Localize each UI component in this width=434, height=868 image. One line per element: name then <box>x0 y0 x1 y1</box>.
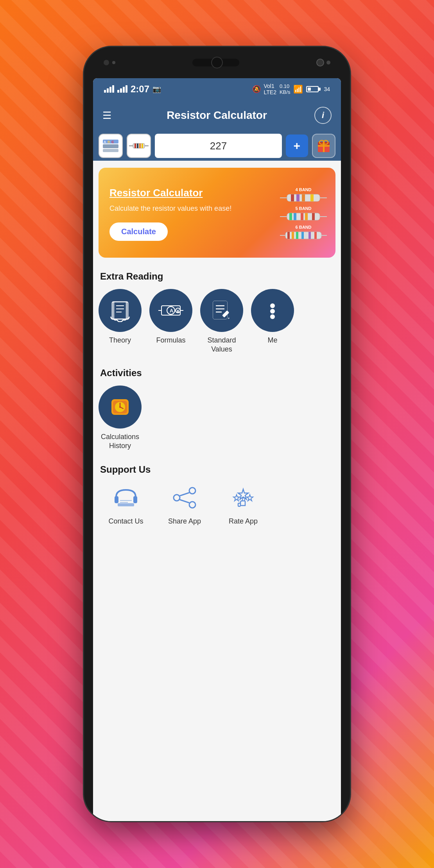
phone-notch <box>84 47 350 78</box>
resistor-diagrams: 4 BAND 5 BAND <box>280 187 327 240</box>
calculate-button[interactable]: Calculate <box>109 222 168 241</box>
svg-point-64 <box>270 303 275 308</box>
battery-indicator <box>306 86 321 92</box>
svg-text:C: C <box>111 140 114 144</box>
app-title: Resistor Calculator <box>119 109 314 122</box>
more-label: Me <box>267 336 277 345</box>
status-left: 2:07 📷 <box>104 84 161 95</box>
svg-rect-43 <box>112 302 128 319</box>
rate-app-icon <box>228 482 259 513</box>
svg-marker-63 <box>228 317 230 319</box>
banner-card: Resistor Calculator Calculate the resist… <box>99 168 335 258</box>
5-band-resistor: 5 BAND <box>280 206 327 222</box>
svg-rect-11 <box>142 143 143 148</box>
extra-reading-title: Extra Reading <box>93 265 341 286</box>
svg-point-72 <box>119 406 121 408</box>
svg-rect-30 <box>301 213 303 220</box>
theory-item[interactable]: Theory <box>99 289 142 354</box>
svg-rect-8 <box>135 143 136 148</box>
svg-rect-73 <box>115 496 118 503</box>
svg-text:A: A <box>170 308 174 314</box>
svg-rect-44 <box>114 302 126 319</box>
gift-button[interactable] <box>312 134 336 158</box>
svg-point-79 <box>174 495 180 501</box>
svg-rect-37 <box>292 232 294 239</box>
svg-rect-16 <box>318 145 330 147</box>
wifi-icon: 📶 <box>293 84 303 94</box>
contact-us-icon <box>110 482 142 513</box>
standard-values-item[interactable]: StandardValues <box>200 289 243 354</box>
svg-rect-36 <box>287 232 290 239</box>
4-band-resistor: 4 BAND <box>280 187 327 203</box>
more-icon-circle <box>251 289 294 332</box>
svg-rect-40 <box>308 232 311 239</box>
battery-percent: 34 <box>324 86 330 92</box>
phone-screen: 2:07 📷 🔕 Vol1LTE2 0.10KB/s 📶 34 ☰ Re <box>93 78 341 821</box>
calculations-history-item[interactable]: CalculationsHistory <box>99 386 142 451</box>
svg-rect-10 <box>139 143 141 148</box>
main-content: Resistor Calculator Calculate the resist… <box>93 161 341 821</box>
svg-point-66 <box>270 314 275 319</box>
calculations-history-icon-circle <box>99 386 142 429</box>
svg-rect-38 <box>296 232 298 239</box>
value-input[interactable]: 227 <box>155 134 282 158</box>
svg-rect-21 <box>291 194 294 201</box>
network-label: Vol1LTE2 <box>264 83 276 95</box>
menu-button[interactable]: ☰ <box>102 109 111 122</box>
banner-title: Resistor Calculator <box>109 187 280 199</box>
front-camera <box>211 57 223 68</box>
formulas-item[interactable]: A Formulas <box>149 289 192 354</box>
svg-rect-41 <box>314 232 317 239</box>
toolbar-row: A B C 227 <box>93 131 341 161</box>
extra-reading-row: Theory A <box>93 286 341 361</box>
banner-subtitle: Calculate the resistor values with ease! <box>109 204 280 213</box>
notch-right-sensors <box>316 59 330 66</box>
svg-rect-4 <box>103 144 118 148</box>
rate-app-item[interactable]: Rate App <box>216 482 271 525</box>
standard-values-label: StandardValues <box>207 336 236 354</box>
svg-rect-23 <box>302 194 305 201</box>
svg-rect-39 <box>301 232 304 239</box>
status-time: 2:07 <box>131 84 149 95</box>
abc-icon-button[interactable]: A B C <box>99 134 123 158</box>
more-item[interactable]: Me <box>251 289 294 354</box>
share-app-label: Share App <box>168 517 201 525</box>
svg-rect-9 <box>137 143 138 148</box>
svg-rect-31 <box>305 213 308 220</box>
svg-line-82 <box>180 500 189 503</box>
resistor-icon-button[interactable] <box>127 134 151 158</box>
signal-bars-2 <box>117 85 127 93</box>
svg-point-78 <box>189 488 195 494</box>
standard-values-icon-circle <box>200 289 243 332</box>
share-app-item[interactable]: Share App <box>157 482 212 525</box>
svg-rect-32 <box>312 213 315 220</box>
6-band-resistor: 6 BAND <box>280 225 327 240</box>
svg-rect-75 <box>118 503 134 506</box>
signal-bars-1 <box>104 85 114 93</box>
svg-point-80 <box>189 502 195 508</box>
svg-text:B: B <box>108 140 110 144</box>
top-bar: ☰ Resistor Calculator i <box>93 100 341 131</box>
status-right: 🔕 Vol1LTE2 0.10KB/s 📶 34 <box>252 83 330 95</box>
svg-point-65 <box>270 309 275 314</box>
activities-row: CalculationsHistory <box>93 382 341 458</box>
plus-button[interactable]: + <box>286 135 308 157</box>
svg-rect-29 <box>294 213 296 220</box>
notification-icon: 🔕 <box>252 85 261 93</box>
banner-text: Resistor Calculator Calculate the resist… <box>109 187 280 240</box>
svg-rect-22 <box>296 194 299 201</box>
support-us-title: Support Us <box>93 458 341 479</box>
support-us-row: Contact Us Share App <box>93 479 341 533</box>
phone-frame: 2:07 📷 🔕 Vol1LTE2 0.10KB/s 📶 34 ☰ Re <box>84 47 350 821</box>
bottom-spacer <box>93 533 341 548</box>
formulas-label: Formulas <box>156 336 185 345</box>
contact-us-label: Contact Us <box>108 517 143 525</box>
svg-line-81 <box>180 493 189 496</box>
status-bar: 2:07 📷 🔕 Vol1LTE2 0.10KB/s 📶 34 <box>93 78 341 100</box>
formulas-icon-circle: A <box>149 289 192 332</box>
contact-us-item[interactable]: Contact Us <box>99 482 153 525</box>
rate-app-label: Rate App <box>229 517 258 525</box>
notch-left-sensors <box>104 60 115 65</box>
info-button[interactable]: i <box>314 107 332 124</box>
svg-text:A: A <box>104 140 106 144</box>
